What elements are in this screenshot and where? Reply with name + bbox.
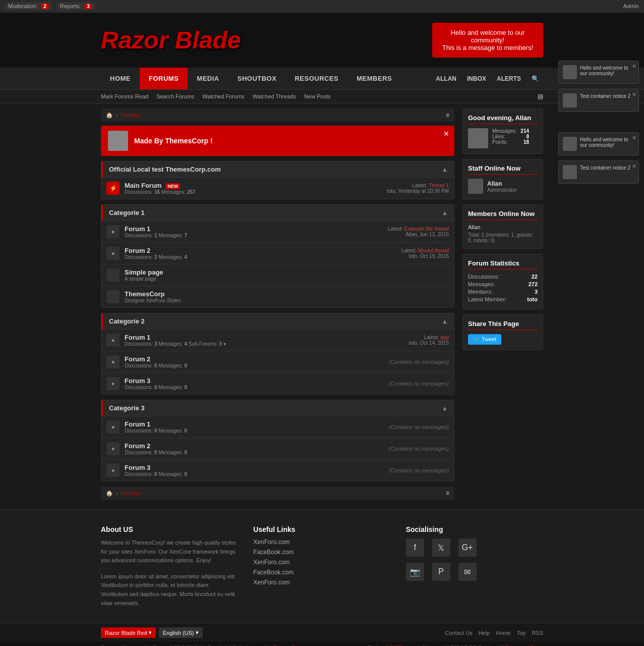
latest-thread-main[interactable]: Thread 1 — [429, 183, 449, 188]
forum-name-c3-f2[interactable]: Forum 2 — [125, 442, 384, 450]
nav-members[interactable]: MEMBERS — [347, 68, 401, 89]
category-official-toggle[interactable]: ▲ — [442, 166, 448, 173]
category-3-toggle[interactable]: ▲ — [442, 405, 448, 412]
forum-name-c1-f1[interactable]: Forum 1 — [125, 225, 373, 233]
moderation-count: 2 — [41, 4, 49, 9]
rss-icon[interactable]: RSS — [532, 630, 543, 636]
nav-forums[interactable]: FORUMS — [140, 68, 188, 89]
style-selector[interactable]: Razor Blade Red ▾ — [101, 627, 156, 638]
latest-thread-c1-f1[interactable]: Example title thread — [404, 226, 449, 232]
bottom-home-icon[interactable]: 🏠 — [106, 490, 113, 497]
float-notice-text-2: Test container notice 2 — [580, 93, 630, 99]
tweet-button[interactable]: 🐦 Tweet — [468, 334, 501, 345]
breadcrumb-forums-link[interactable]: Forums — [121, 112, 139, 118]
help-link[interactable]: Help — [479, 630, 490, 636]
language-selector[interactable]: English (US) ▾ — [159, 627, 203, 638]
top-link[interactable]: Top — [517, 630, 526, 636]
simple-page-name-tc[interactable]: ThemesCorp — [125, 290, 181, 298]
nav-user[interactable]: ALLAN — [432, 70, 460, 87]
footer-bottom-links: Contact Us Help Home Top RSS — [445, 630, 543, 636]
latest-thread-c2-f1[interactable]: qop — [440, 335, 449, 340]
forum-name-c2-f1[interactable]: Forum 1 — [125, 334, 373, 341]
float-notice-text-4: Test container notice 2 — [580, 165, 630, 171]
nav-home[interactable]: HOME — [101, 68, 140, 89]
category-1-toggle[interactable]: ▲ — [442, 209, 448, 217]
footer-about-title: About US — [101, 525, 238, 533]
likes-val: 8 — [526, 134, 529, 139]
float-notice-close-4[interactable]: ✕ — [632, 163, 636, 170]
forum-no-messages-c3-f1: (Contains no messages) — [389, 424, 449, 430]
watched-threads[interactable]: Watched Threads — [253, 93, 296, 99]
sub-nav: Mark Forums Read Search Forums Watched F… — [0, 90, 644, 103]
bottom-menu-icon[interactable]: ≡ — [446, 490, 449, 497]
watched-forums[interactable]: Watched Forums — [202, 93, 244, 99]
style-label: Razor Blade Red — [105, 630, 147, 636]
category-official: Official Local test ThemesCorp.com ▲ ⚡ M… — [101, 161, 454, 199]
stats-latest: Latest Member: toto — [468, 296, 538, 302]
moderation-badge[interactable]: Moderation: 2 — [5, 2, 52, 10]
nav-shoutbox[interactable]: SHOUTBOX — [228, 68, 286, 89]
site-logo[interactable]: Razor Blade — [101, 26, 241, 54]
facebook-icon[interactable]: f — [406, 539, 424, 557]
forum-meta-c1-f2: Discussions: 2 Messages: 4 — [125, 254, 373, 260]
contact-us-link[interactable]: Contact Us — [445, 630, 472, 636]
footer-link-5[interactable]: XenForo.com — [253, 579, 390, 586]
float-notice-text-1: Hello and welcome to our community! — [580, 65, 634, 76]
forum-name-c2-f2[interactable]: Forum 2 — [125, 355, 384, 363]
forum-name-main[interactable]: Main Forum NEW — [125, 182, 373, 189]
search-icon[interactable]: 🔍 — [528, 71, 543, 86]
instagram-icon[interactable]: 📷 — [406, 563, 424, 581]
forum-info-c2-f1: Forum 1 Discussions: 3 Messages: 4 Sub-F… — [125, 334, 373, 347]
email-icon[interactable]: ✉ — [458, 563, 477, 581]
footer-links: Useful Links XenForo.com FaceBook.com Xe… — [253, 525, 390, 608]
category-2-toggle[interactable]: ▲ — [442, 318, 448, 325]
admin-label: Admin — [623, 3, 639, 9]
home-icon[interactable]: 🏠 — [106, 112, 113, 119]
main-nav: HOME FORUMS MEDIA SHOUTBOX RESOURCES MEM… — [0, 68, 644, 90]
nav-media[interactable]: MEDIA — [188, 68, 228, 89]
forum-name-c3-f3[interactable]: Forum 3 — [125, 464, 384, 471]
float-notice-close-2[interactable]: ✕ — [632, 91, 636, 98]
stats-members: Members: 3 — [468, 289, 538, 295]
nav-alerts[interactable]: ALERTS — [493, 70, 525, 87]
footer-about: About US Welcome to ThemesCorp! we creat… — [101, 525, 238, 608]
simple-page-name-1[interactable]: Simple page — [125, 268, 163, 276]
notice-close-button[interactable]: ✕ — [443, 130, 449, 138]
simple-page-icon-tc — [106, 290, 120, 303]
forum-meta-c3-f2: Discussions: 0 Messages: 0 — [125, 450, 384, 455]
search-forums[interactable]: Search Forums — [156, 93, 194, 99]
nav-resources[interactable]: RESOURCES — [285, 68, 347, 89]
footer-link-4[interactable]: FaceBook.com — [253, 569, 390, 576]
float-notice-close-3[interactable]: ✕ — [632, 135, 636, 141]
sidebar-user-stats: Messages: 214 Likes: 8 Points: 18 — [492, 128, 529, 145]
reports-badge[interactable]: Reports: 3 — [57, 2, 95, 10]
nav-inbox[interactable]: INBOX — [463, 70, 490, 87]
home-link[interactable]: Home — [496, 630, 510, 636]
expand-icon[interactable]: ▤ — [538, 93, 543, 100]
googleplus-icon[interactable]: G+ — [458, 539, 477, 557]
lang-label: English (US) — [163, 630, 194, 636]
forum-name-c1-f2[interactable]: Forum 2 — [125, 247, 373, 254]
forum-name-c2-f3[interactable]: Forum 3 — [125, 377, 384, 385]
twitter-icon[interactable]: 𝕏 — [432, 539, 450, 557]
footer-link-1[interactable]: XenForo.com — [253, 539, 390, 546]
footer-link-2[interactable]: FaceBook.com — [253, 549, 390, 556]
stats-discussions-label: Discussions: — [468, 274, 499, 280]
mark-forums-read[interactable]: Mark Forums Read — [101, 93, 148, 99]
footer-link-3[interactable]: XenForo.com — [253, 559, 390, 566]
online-members: Allan — [468, 224, 538, 230]
forum-name-c3-f1[interactable]: Forum 1 — [125, 420, 384, 428]
simple-page-desc-1: A simple page — [125, 276, 163, 282]
stats-members-label: Members: — [468, 289, 493, 295]
float-notice-close-1[interactable]: ✕ — [632, 63, 636, 70]
staff-name-allan[interactable]: Allan — [487, 180, 517, 187]
bottom-forums-link[interactable]: Forums — [121, 490, 139, 496]
latest-thread-c1-f2[interactable]: Moved thread — [418, 248, 449, 253]
breadcrumb-menu-icon[interactable]: ≡ — [446, 112, 449, 119]
new-posts[interactable]: New Posts — [304, 93, 331, 99]
footer-social-title: Socialising — [406, 525, 543, 533]
forum-no-messages-c3-f2: (Contains no messages) — [389, 446, 449, 452]
forum-latest-c1-f2: Latest: Moved thread toto, Oct 19, 2015 — [378, 248, 449, 259]
pinterest-icon[interactable]: P — [432, 563, 450, 581]
staff-avatar-allan — [468, 179, 483, 194]
